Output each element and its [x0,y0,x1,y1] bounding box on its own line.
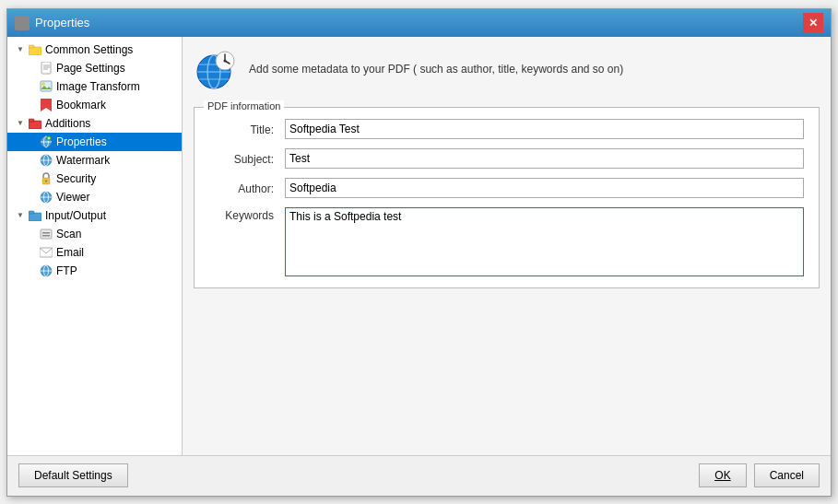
security-icon [39,171,53,186]
keywords-row: Keywords This is a Softpedia test [209,207,804,276]
sidebar-label-watermark: Watermark [56,154,110,167]
sidebar-item-bookmark[interactable]: Bookmark [7,96,182,114]
close-button[interactable]: ✕ [803,13,823,33]
window-icon [15,16,30,30]
subject-label: Subject: [209,151,274,166]
svg-rect-30 [42,235,50,237]
sidebar: Common Settings Page Settings [7,37,183,455]
title-row: Title: [209,119,804,139]
pdf-info-form: PDF information Title: Subject: Author: [194,107,820,288]
expand-icon-security [26,173,37,184]
form-group-title: PDF information [204,100,284,111]
expand-icon-bookmark [26,100,37,111]
sidebar-label-image-transform: Image Transform [56,80,140,93]
content-header: Add some metadata to your PDF ( such as … [194,48,820,92]
scan-icon [39,227,53,241]
svg-rect-28 [41,229,52,239]
sidebar-label-security: Security [56,172,96,185]
sidebar-label-bookmark: Bookmark [56,99,106,111]
sidebar-item-viewer[interactable]: Viewer [7,188,182,206]
sidebar-item-image-transform[interactable]: Image Transform [7,77,182,96]
svg-rect-1 [29,45,34,48]
expand-icon-page [26,63,37,74]
properties-icon [39,135,53,149]
expand-icon-ftp [26,265,37,276]
sidebar-item-security[interactable]: Security [7,170,182,188]
expand-icon-scan [26,229,37,240]
ftp-icon [39,264,53,278]
expand-icon-email [26,247,37,258]
sidebar-item-io[interactable]: Input/Output [7,206,182,225]
expand-icon-props [26,136,37,147]
author-row: Author: [209,178,804,198]
svg-rect-10 [29,121,41,129]
expand-icon-io [15,210,26,221]
svg-rect-27 [29,211,34,214]
sidebar-item-ftp[interactable]: FTP [7,262,182,280]
subject-input[interactable] [285,148,804,169]
svg-point-7 [41,82,45,86]
bottom-right-buttons: OK Cancel [699,463,820,487]
window-body: Common Settings Page Settings [7,37,831,455]
svg-rect-11 [29,119,34,122]
image-transform-icon [39,79,53,94]
folder-icon-io [28,208,42,223]
viewer-icon [39,190,53,205]
cancel-button[interactable]: Cancel [754,463,820,487]
svg-rect-26 [29,213,41,221]
folder-icon-additions [28,116,42,131]
keywords-label: Keywords [209,207,274,222]
window-title: Properties [35,16,89,29]
sidebar-label-io: Input/Output [45,209,106,222]
sidebar-item-additions[interactable]: Additions [7,114,182,133]
sidebar-item-properties[interactable]: Properties [7,133,182,151]
sidebar-item-watermark[interactable]: Watermark [7,151,182,170]
svg-point-22 [45,180,47,182]
header-description: Add some metadata to your PDF ( such as … [249,62,623,77]
sidebar-label-email: Email [56,246,84,259]
sidebar-label-scan: Scan [56,228,81,240]
ok-button[interactable]: OK [699,463,746,487]
main-window: Properties ✕ Common Settings [6,8,832,497]
sidebar-item-common-settings[interactable]: Common Settings [7,41,182,59]
header-icon [194,48,238,92]
folder-icon-common [28,42,42,57]
email-icon [39,245,53,260]
author-input[interactable] [285,178,804,198]
sidebar-label-ftp: FTP [56,264,77,277]
svg-marker-9 [41,99,52,111]
svg-rect-29 [42,232,50,234]
sidebar-label-additions: Additions [45,117,90,130]
content-area: TIPD [183,37,831,455]
ok-label: OK [714,469,730,482]
expand-icon-viewer [26,192,37,203]
title-bar-left: Properties [15,16,89,30]
default-settings-button[interactable]: Default Settings [18,463,128,487]
page-settings-icon [39,61,53,76]
cancel-label: Cancel [770,469,804,482]
globe-clock-icon [194,48,238,92]
sidebar-item-scan[interactable]: Scan [7,225,182,243]
author-label: Author: [209,181,274,195]
expand-icon-additions [15,118,26,129]
sidebar-label-viewer: Viewer [56,191,89,204]
title-bar: Properties ✕ [7,9,831,37]
expand-icon-common [15,44,26,55]
sidebar-label-common-settings: Common Settings [45,43,133,56]
svg-rect-0 [29,47,41,55]
keywords-textarea[interactable]: This is a Softpedia test [285,207,804,276]
expand-icon-image [26,81,37,92]
sidebar-label-properties: Properties [56,135,107,148]
sidebar-item-page-settings[interactable]: Page Settings [7,59,182,77]
watermark-icon [39,153,53,168]
svg-point-44 [224,59,227,62]
title-input[interactable] [285,119,804,139]
bookmark-icon [39,98,53,112]
expand-icon-watermark [26,155,37,166]
bottom-bar: Default Settings OK Cancel [7,455,831,496]
title-label: Title: [209,122,274,136]
sidebar-label-page-settings: Page Settings [56,62,125,75]
subject-row: Subject: [209,148,804,169]
sidebar-item-email[interactable]: Email [7,243,182,262]
